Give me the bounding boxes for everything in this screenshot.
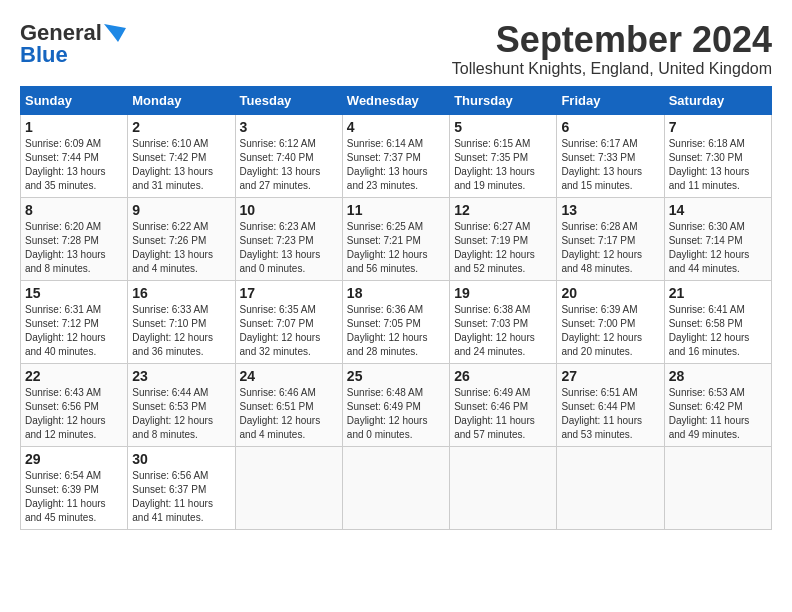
day-info: Sunrise: 6:31 AM Sunset: 7:12 PM Dayligh… xyxy=(25,303,123,359)
col-thursday: Thursday xyxy=(450,86,557,114)
day-info: Sunrise: 6:17 AM Sunset: 7:33 PM Dayligh… xyxy=(561,137,659,193)
day-info: Sunrise: 6:27 AM Sunset: 7:19 PM Dayligh… xyxy=(454,220,552,276)
calendar-cell: 21Sunrise: 6:41 AM Sunset: 6:58 PM Dayli… xyxy=(664,280,771,363)
day-number: 9 xyxy=(132,202,230,218)
calendar-cell: 4Sunrise: 6:14 AM Sunset: 7:37 PM Daylig… xyxy=(342,114,449,197)
day-info: Sunrise: 6:18 AM Sunset: 7:30 PM Dayligh… xyxy=(669,137,767,193)
day-number: 5 xyxy=(454,119,552,135)
calendar-week-row: 15Sunrise: 6:31 AM Sunset: 7:12 PM Dayli… xyxy=(21,280,772,363)
day-number: 15 xyxy=(25,285,123,301)
day-info: Sunrise: 6:54 AM Sunset: 6:39 PM Dayligh… xyxy=(25,469,123,525)
calendar-cell: 26Sunrise: 6:49 AM Sunset: 6:46 PM Dayli… xyxy=(450,363,557,446)
location-title: Tolleshunt Knights, England, United King… xyxy=(452,60,772,78)
svg-marker-0 xyxy=(104,24,126,42)
day-info: Sunrise: 6:44 AM Sunset: 6:53 PM Dayligh… xyxy=(132,386,230,442)
col-monday: Monday xyxy=(128,86,235,114)
calendar-week-row: 22Sunrise: 6:43 AM Sunset: 6:56 PM Dayli… xyxy=(21,363,772,446)
logo-blue: Blue xyxy=(20,42,68,68)
day-number: 13 xyxy=(561,202,659,218)
calendar-cell: 13Sunrise: 6:28 AM Sunset: 7:17 PM Dayli… xyxy=(557,197,664,280)
day-info: Sunrise: 6:30 AM Sunset: 7:14 PM Dayligh… xyxy=(669,220,767,276)
day-number: 11 xyxy=(347,202,445,218)
day-number: 25 xyxy=(347,368,445,384)
day-number: 8 xyxy=(25,202,123,218)
day-info: Sunrise: 6:14 AM Sunset: 7:37 PM Dayligh… xyxy=(347,137,445,193)
day-info: Sunrise: 6:46 AM Sunset: 6:51 PM Dayligh… xyxy=(240,386,338,442)
calendar-cell: 25Sunrise: 6:48 AM Sunset: 6:49 PM Dayli… xyxy=(342,363,449,446)
calendar-cell: 16Sunrise: 6:33 AM Sunset: 7:10 PM Dayli… xyxy=(128,280,235,363)
page-header: General Blue September 2024 Tolleshunt K… xyxy=(20,20,772,78)
calendar-cell: 15Sunrise: 6:31 AM Sunset: 7:12 PM Dayli… xyxy=(21,280,128,363)
day-info: Sunrise: 6:12 AM Sunset: 7:40 PM Dayligh… xyxy=(240,137,338,193)
day-info: Sunrise: 6:36 AM Sunset: 7:05 PM Dayligh… xyxy=(347,303,445,359)
day-info: Sunrise: 6:48 AM Sunset: 6:49 PM Dayligh… xyxy=(347,386,445,442)
calendar-cell: 3Sunrise: 6:12 AM Sunset: 7:40 PM Daylig… xyxy=(235,114,342,197)
calendar-cell xyxy=(664,446,771,529)
day-number: 28 xyxy=(669,368,767,384)
calendar-cell: 20Sunrise: 6:39 AM Sunset: 7:00 PM Dayli… xyxy=(557,280,664,363)
day-info: Sunrise: 6:33 AM Sunset: 7:10 PM Dayligh… xyxy=(132,303,230,359)
calendar-cell: 9Sunrise: 6:22 AM Sunset: 7:26 PM Daylig… xyxy=(128,197,235,280)
day-info: Sunrise: 6:39 AM Sunset: 7:00 PM Dayligh… xyxy=(561,303,659,359)
col-tuesday: Tuesday xyxy=(235,86,342,114)
calendar-cell: 18Sunrise: 6:36 AM Sunset: 7:05 PM Dayli… xyxy=(342,280,449,363)
day-info: Sunrise: 6:15 AM Sunset: 7:35 PM Dayligh… xyxy=(454,137,552,193)
calendar-week-row: 8Sunrise: 6:20 AM Sunset: 7:28 PM Daylig… xyxy=(21,197,772,280)
calendar-cell: 22Sunrise: 6:43 AM Sunset: 6:56 PM Dayli… xyxy=(21,363,128,446)
calendar-cell xyxy=(342,446,449,529)
calendar-cell: 23Sunrise: 6:44 AM Sunset: 6:53 PM Dayli… xyxy=(128,363,235,446)
day-number: 12 xyxy=(454,202,552,218)
calendar-cell: 12Sunrise: 6:27 AM Sunset: 7:19 PM Dayli… xyxy=(450,197,557,280)
day-info: Sunrise: 6:23 AM Sunset: 7:23 PM Dayligh… xyxy=(240,220,338,276)
day-number: 6 xyxy=(561,119,659,135)
calendar-header-row: Sunday Monday Tuesday Wednesday Thursday… xyxy=(21,86,772,114)
day-number: 7 xyxy=(669,119,767,135)
day-number: 10 xyxy=(240,202,338,218)
col-friday: Friday xyxy=(557,86,664,114)
day-info: Sunrise: 6:43 AM Sunset: 6:56 PM Dayligh… xyxy=(25,386,123,442)
calendar-cell: 30Sunrise: 6:56 AM Sunset: 6:37 PM Dayli… xyxy=(128,446,235,529)
day-number: 27 xyxy=(561,368,659,384)
month-title: September 2024 xyxy=(452,20,772,60)
calendar-cell: 7Sunrise: 6:18 AM Sunset: 7:30 PM Daylig… xyxy=(664,114,771,197)
calendar-cell xyxy=(557,446,664,529)
day-number: 16 xyxy=(132,285,230,301)
col-wednesday: Wednesday xyxy=(342,86,449,114)
col-sunday: Sunday xyxy=(21,86,128,114)
calendar-cell: 17Sunrise: 6:35 AM Sunset: 7:07 PM Dayli… xyxy=(235,280,342,363)
day-info: Sunrise: 6:35 AM Sunset: 7:07 PM Dayligh… xyxy=(240,303,338,359)
calendar-week-row: 1Sunrise: 6:09 AM Sunset: 7:44 PM Daylig… xyxy=(21,114,772,197)
day-number: 30 xyxy=(132,451,230,467)
calendar-cell xyxy=(450,446,557,529)
calendar-cell xyxy=(235,446,342,529)
day-info: Sunrise: 6:51 AM Sunset: 6:44 PM Dayligh… xyxy=(561,386,659,442)
day-number: 17 xyxy=(240,285,338,301)
calendar-cell: 24Sunrise: 6:46 AM Sunset: 6:51 PM Dayli… xyxy=(235,363,342,446)
day-info: Sunrise: 6:25 AM Sunset: 7:21 PM Dayligh… xyxy=(347,220,445,276)
calendar-cell: 5Sunrise: 6:15 AM Sunset: 7:35 PM Daylig… xyxy=(450,114,557,197)
day-number: 23 xyxy=(132,368,230,384)
calendar-cell: 10Sunrise: 6:23 AM Sunset: 7:23 PM Dayli… xyxy=(235,197,342,280)
day-number: 26 xyxy=(454,368,552,384)
day-number: 2 xyxy=(132,119,230,135)
day-number: 14 xyxy=(669,202,767,218)
col-saturday: Saturday xyxy=(664,86,771,114)
calendar-cell: 28Sunrise: 6:53 AM Sunset: 6:42 PM Dayli… xyxy=(664,363,771,446)
calendar-table: Sunday Monday Tuesday Wednesday Thursday… xyxy=(20,86,772,530)
day-info: Sunrise: 6:20 AM Sunset: 7:28 PM Dayligh… xyxy=(25,220,123,276)
day-number: 29 xyxy=(25,451,123,467)
calendar-cell: 8Sunrise: 6:20 AM Sunset: 7:28 PM Daylig… xyxy=(21,197,128,280)
day-info: Sunrise: 6:41 AM Sunset: 6:58 PM Dayligh… xyxy=(669,303,767,359)
day-info: Sunrise: 6:38 AM Sunset: 7:03 PM Dayligh… xyxy=(454,303,552,359)
logo: General Blue xyxy=(20,20,126,68)
calendar-week-row: 29Sunrise: 6:54 AM Sunset: 6:39 PM Dayli… xyxy=(21,446,772,529)
day-number: 22 xyxy=(25,368,123,384)
day-number: 1 xyxy=(25,119,123,135)
day-info: Sunrise: 6:28 AM Sunset: 7:17 PM Dayligh… xyxy=(561,220,659,276)
title-area: September 2024 Tolleshunt Knights, Engla… xyxy=(452,20,772,78)
day-number: 21 xyxy=(669,285,767,301)
day-info: Sunrise: 6:09 AM Sunset: 7:44 PM Dayligh… xyxy=(25,137,123,193)
day-number: 20 xyxy=(561,285,659,301)
calendar-cell: 19Sunrise: 6:38 AM Sunset: 7:03 PM Dayli… xyxy=(450,280,557,363)
day-info: Sunrise: 6:49 AM Sunset: 6:46 PM Dayligh… xyxy=(454,386,552,442)
